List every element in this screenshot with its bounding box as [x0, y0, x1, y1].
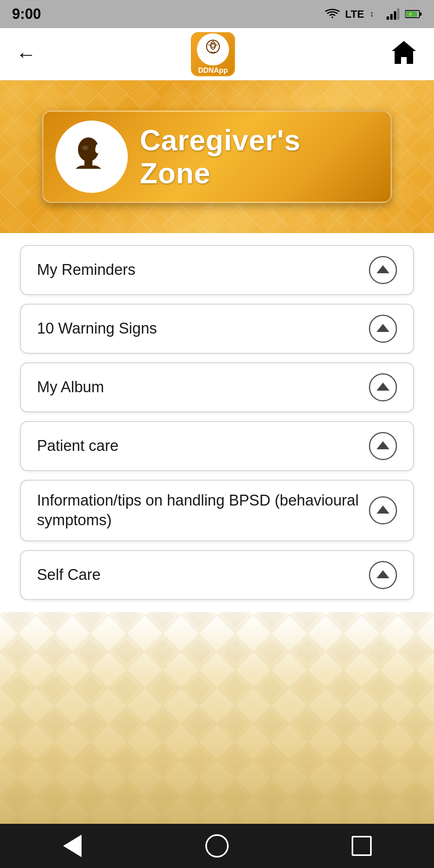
home-icon — [390, 39, 418, 65]
menu-item-arrow-album — [369, 373, 397, 401]
svg-rect-4 — [397, 8, 399, 20]
lower-background — [0, 612, 434, 824]
svg-point-11 — [212, 43, 214, 45]
status-bar: 9:00 LTE ↕ ⚡ — [0, 0, 434, 28]
menu-item-album[interactable]: My Album — [20, 362, 414, 412]
chevron-up-icon — [375, 262, 391, 278]
menu-item-arrow-reminders — [369, 256, 397, 284]
menu-item-self-care[interactable]: Self Care — [20, 550, 414, 600]
status-icons: LTE ↕ ⚡ — [325, 8, 422, 20]
svg-rect-29 — [0, 612, 434, 824]
nav-home-button[interactable] — [201, 830, 233, 862]
menu-item-patient-care[interactable]: Patient care — [20, 421, 414, 471]
svg-rect-19 — [84, 160, 92, 166]
nav-bar: ← DDNApp — [0, 28, 434, 80]
svg-rect-1 — [387, 16, 389, 20]
svg-text:⚡: ⚡ — [408, 12, 413, 17]
svg-marker-22 — [377, 324, 389, 332]
hero-banner: Caregiver's Zone — [42, 111, 392, 203]
menu-item-reminders[interactable]: My Reminders — [20, 245, 414, 295]
menu-item-warning-signs[interactable]: 10 Warning Signs — [20, 304, 414, 354]
hero-title: Caregiver's Zone — [140, 124, 379, 190]
back-arrow: ← — [16, 43, 36, 66]
menu-item-label-album: My Album — [37, 377, 369, 397]
menu-item-bpsd-info[interactable]: Information/tips on handling BPSD (behav… — [20, 480, 414, 541]
wifi-icon — [325, 8, 340, 20]
hero-area: Caregiver's Zone — [0, 80, 434, 233]
svg-line-13 — [216, 45, 218, 45]
svg-point-20 — [82, 145, 88, 150]
chevron-up-icon — [375, 438, 391, 454]
svg-marker-25 — [377, 506, 389, 514]
svg-text:↕: ↕ — [370, 9, 374, 18]
hero-logo-icon — [68, 133, 116, 181]
chevron-up-icon — [375, 567, 391, 583]
menu-item-label-bpsd-info: Information/tips on handling BPSD (behav… — [37, 491, 369, 530]
chevron-up-icon — [375, 502, 391, 518]
app-logo-inner — [197, 33, 229, 66]
lte-arrows-icon: ↕ — [370, 8, 381, 20]
app-logo: DDNApp — [191, 32, 235, 76]
signal-icon — [387, 8, 399, 20]
svg-marker-14 — [392, 41, 416, 64]
home-button[interactable] — [390, 39, 418, 69]
battery-icon: ⚡ — [405, 10, 422, 18]
menu-item-label-reminders: My Reminders — [37, 260, 369, 280]
nav-home-icon — [205, 834, 229, 858]
hero-logo-circle — [55, 121, 128, 193]
menu-item-arrow-patient-care — [369, 432, 397, 460]
menu-item-arrow-self-care — [369, 561, 397, 589]
chevron-up-icon — [375, 321, 391, 337]
nav-back-button[interactable] — [56, 830, 88, 862]
nav-recent-icon — [352, 836, 372, 856]
menu-item-label-self-care: Self Care — [37, 565, 369, 585]
status-time: 9:00 — [12, 6, 41, 23]
lte-label: LTE — [345, 8, 364, 20]
svg-marker-24 — [377, 441, 389, 449]
menu-list: My Reminders 10 Warning Signs My Album P… — [0, 233, 434, 612]
svg-line-12 — [208, 45, 210, 45]
app-logo-icon — [200, 37, 226, 63]
svg-marker-23 — [377, 383, 389, 391]
svg-marker-26 — [377, 570, 389, 578]
nav-recent-button[interactable] — [346, 830, 378, 862]
lower-bg-pattern — [0, 612, 434, 824]
svg-marker-21 — [377, 265, 389, 273]
menu-item-arrow-bpsd-info — [369, 496, 397, 524]
back-button[interactable]: ← — [16, 44, 36, 64]
menu-item-label-warning-signs: 10 Warning Signs — [37, 319, 369, 338]
svg-rect-3 — [394, 11, 396, 20]
chevron-up-icon — [375, 379, 391, 395]
app-logo-label: DDNApp — [198, 66, 228, 75]
nav-back-icon — [63, 835, 82, 857]
svg-rect-2 — [390, 14, 393, 20]
bottom-nav — [0, 824, 434, 868]
svg-rect-6 — [420, 12, 422, 16]
menu-item-arrow-warning-signs — [369, 315, 397, 343]
menu-item-label-patient-care: Patient care — [37, 436, 369, 456]
svg-point-9 — [207, 40, 219, 53]
